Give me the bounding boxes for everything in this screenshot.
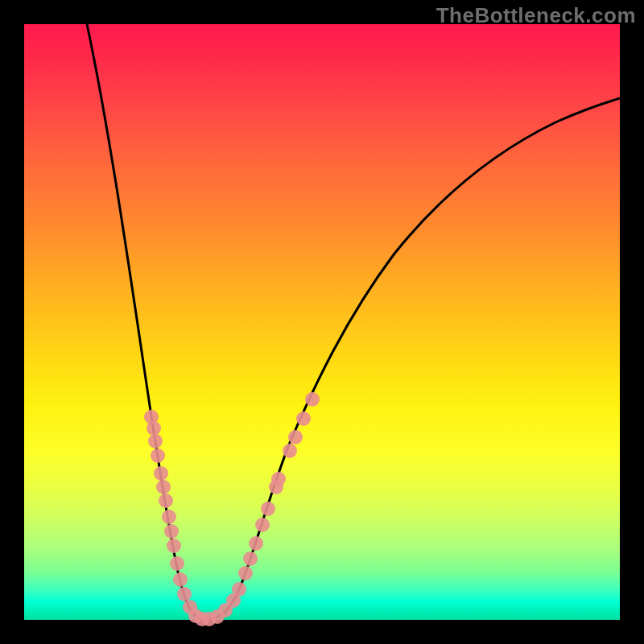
chart-plot-area xyxy=(24,24,620,620)
data-dot xyxy=(151,448,165,463)
data-dot xyxy=(283,444,297,458)
watermark-text: TheBottleneck.com xyxy=(436,3,636,28)
data-dot xyxy=(177,587,192,601)
data-dot xyxy=(288,430,303,444)
data-dot xyxy=(162,510,176,524)
data-dot xyxy=(296,411,311,426)
data-dot xyxy=(243,551,258,566)
data-dot xyxy=(159,493,173,508)
data-dot xyxy=(238,566,253,580)
data-dot xyxy=(170,556,184,571)
data-dot xyxy=(232,582,246,597)
data-dot xyxy=(154,466,168,481)
chart-frame: TheBottleneck.com xyxy=(0,0,644,644)
data-dot xyxy=(255,518,270,532)
data-dot xyxy=(164,524,179,539)
data-dot xyxy=(156,480,171,494)
data-dot xyxy=(148,434,163,448)
chart-svg xyxy=(24,24,620,620)
data-dot xyxy=(249,536,263,551)
data-dots xyxy=(144,392,320,626)
data-dot xyxy=(261,502,275,516)
data-dot xyxy=(147,421,161,436)
data-dot xyxy=(173,572,188,587)
data-dot xyxy=(305,392,320,407)
data-dot xyxy=(167,539,181,553)
data-dot xyxy=(271,472,286,486)
